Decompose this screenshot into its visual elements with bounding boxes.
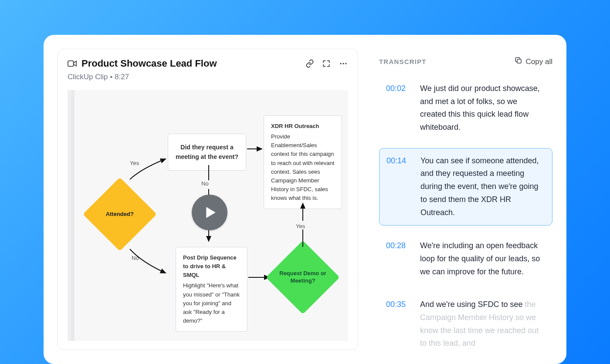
arrow	[129, 155, 172, 182]
entry-text: We just did our product showcase, and me…	[420, 82, 546, 134]
copy-all-button[interactable]: Copy all	[515, 57, 552, 67]
app-window: Product Showcase Lead Flow	[44, 35, 566, 364]
node-attended-label: Attended?	[103, 211, 136, 218]
video-icon	[68, 59, 77, 68]
transcript-panel: TRANSCRIPT Copy all 00:02 We just did ou…	[379, 49, 552, 350]
node-xdr: XDR HR Outreach Provide Enablement/Sales…	[264, 115, 342, 209]
transcript-entry[interactable]: 00:02 We just did our product showcase, …	[379, 76, 552, 140]
node-xdr-body: Provide Enablement/Sales context for thi…	[271, 133, 334, 201]
copy-all-label: Copy all	[526, 57, 552, 66]
clip-actions	[305, 59, 348, 68]
copy-icon	[515, 57, 522, 67]
play-icon	[205, 206, 217, 219]
clip-duration: 8:27	[115, 73, 129, 81]
entry-timestamp: 00:35	[386, 298, 410, 350]
transcript-entry[interactable]: 00:35 And we're using SFDC to see the Ca…	[379, 292, 552, 356]
clip-canvas: Attended? Yes No Did they request a meet…	[68, 90, 348, 341]
clip-header: Product Showcase Lead Flow	[68, 58, 348, 69]
entry-timestamp: 00:28	[386, 239, 410, 278]
node-attended: Attended?	[83, 177, 157, 251]
svg-point-3	[345, 63, 346, 64]
arrow	[129, 247, 172, 277]
transcript-entries: 00:02 We just did our product showcase, …	[379, 76, 552, 356]
entry-timestamp: 00:14	[386, 155, 411, 219]
entry-timestamp: 00:02	[386, 82, 410, 134]
node-xdr-title: XDR HR Outreach	[271, 122, 335, 131]
transcript-entry-active[interactable]: 00:14 You can see if someone attended, a…	[379, 148, 552, 226]
clip-meta: ClickUp Clip • 8:27	[68, 73, 348, 81]
clip-card: Product Showcase Lead Flow	[58, 49, 358, 350]
node-postdrip-body: Highlight "Here's what you missed" or "T…	[183, 282, 240, 324]
transcript-header: TRANSCRIPT Copy all	[379, 49, 552, 67]
entry-text: You can see if someone attended, and the…	[420, 155, 545, 219]
svg-rect-4	[517, 59, 521, 63]
node-request-meeting-label: Did they request a meeting at the event?	[176, 144, 238, 160]
svg-rect-0	[68, 61, 74, 67]
node-request-demo: Request Demo or Meeting?	[266, 240, 340, 314]
play-button[interactable]	[192, 195, 227, 230]
node-postdrip-title: Post Drip Sequence to drive to HR & SMQL	[183, 253, 240, 280]
arrow	[247, 145, 264, 153]
node-request-demo-label: Request Demo or Meeting?	[277, 270, 329, 285]
clip-source: ClickUp Clip	[68, 73, 108, 81]
clip-title: Product Showcase Lead Flow	[81, 58, 301, 69]
arrow	[298, 201, 312, 249]
transcript-entry[interactable]: 00:28 We're including an open feedback l…	[379, 233, 552, 284]
expand-icon[interactable]	[322, 59, 331, 68]
more-icon[interactable]	[339, 59, 348, 68]
entry-text: We're including an open feedback loop fo…	[420, 239, 546, 278]
svg-point-2	[342, 63, 344, 64]
entry-text: And we're using SFDC to see the Campaign…	[420, 298, 546, 350]
svg-point-1	[340, 63, 342, 64]
transcript-heading: TRANSCRIPT	[379, 58, 427, 65]
node-postdrip: Post Drip Sequence to drive to HR & SMQL…	[176, 247, 247, 332]
link-icon[interactable]	[305, 59, 314, 68]
